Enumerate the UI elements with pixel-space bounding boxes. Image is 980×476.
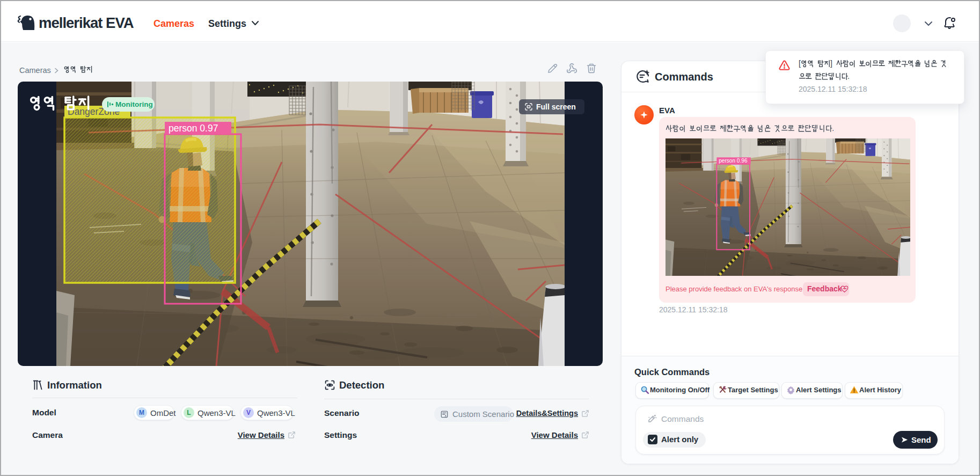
svg-text:.: . [832, 124, 834, 133]
svg-text:]: ] [830, 59, 832, 68]
svg-text:.: . [847, 72, 850, 80]
svg-text:[: [ [799, 59, 801, 68]
svg-text:person 0.96: person 0.96 [719, 158, 748, 164]
svg-text:person 0.97: person 0.97 [169, 123, 218, 134]
